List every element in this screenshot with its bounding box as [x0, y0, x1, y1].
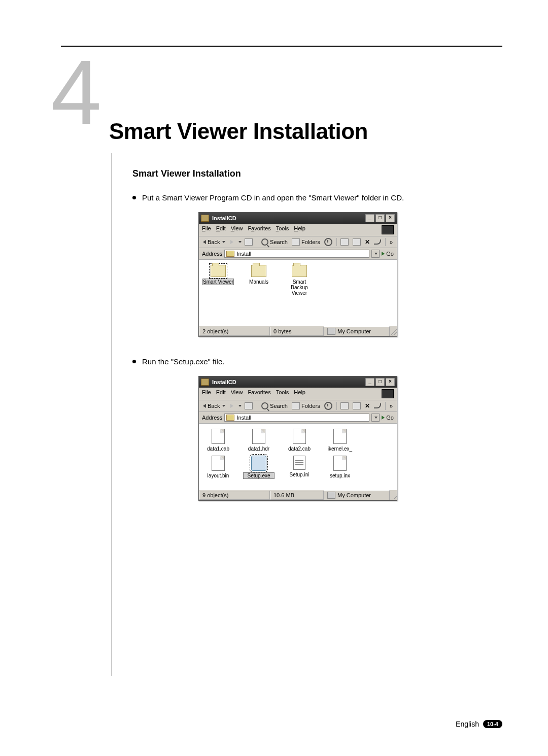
- search-button[interactable]: Search: [260, 402, 289, 409]
- file-label: Setup.ini: [284, 472, 315, 477]
- menu-favorites[interactable]: Favorites: [248, 225, 270, 234]
- folder-icon: [292, 265, 307, 277]
- statusbar: 9 object(s) 10.6 MB My Computer: [199, 490, 397, 500]
- address-field[interactable]: Install: [224, 250, 369, 258]
- status-location-text: My Computer: [337, 492, 371, 498]
- file-icon: [252, 429, 265, 444]
- address-dropdown[interactable]: [371, 414, 380, 422]
- file-data1-cab[interactable]: data1.cab: [203, 429, 233, 452]
- folder-icon: [251, 265, 266, 277]
- undo-button[interactable]: [373, 239, 382, 245]
- status-objects: 9 object(s): [199, 491, 270, 500]
- file-data2-cab[interactable]: data2.cab: [284, 429, 315, 452]
- folder-content[interactable]: data1.cab data1.hdr data2.cab ikernel.ex…: [199, 424, 397, 490]
- address-field[interactable]: Install: [224, 414, 369, 422]
- status-size: 10.6 MB: [270, 491, 324, 500]
- minimize-button[interactable]: _: [365, 214, 374, 222]
- file-icon: [212, 429, 225, 444]
- resize-grip[interactable]: [390, 327, 397, 335]
- brand-icon: [382, 225, 394, 234]
- delete-button[interactable]: ✕: [364, 402, 371, 409]
- page-number: 10-4: [483, 720, 502, 728]
- back-label: Back: [208, 239, 220, 245]
- instruction-2-text: Run the "Setup.exe" file.: [142, 357, 224, 366]
- copy-to-button[interactable]: [352, 238, 362, 246]
- file-data1-hdr[interactable]: data1.hdr: [244, 429, 274, 452]
- undo-button[interactable]: [373, 403, 382, 408]
- file-setup-inx[interactable]: setup.inx: [325, 456, 355, 478]
- delete-button[interactable]: ✕: [364, 238, 371, 246]
- menu-edit[interactable]: Edit: [216, 225, 226, 234]
- go-button[interactable]: Go: [382, 251, 394, 257]
- back-button[interactable]: Back: [202, 239, 226, 245]
- go-button[interactable]: Go: [382, 415, 394, 421]
- history-button[interactable]: [323, 238, 333, 246]
- folder-icon: [201, 215, 209, 222]
- copy-icon: [353, 402, 361, 409]
- window-title: InstallCD: [212, 215, 365, 221]
- file-manuals[interactable]: Manuals: [244, 265, 274, 296]
- folders-button[interactable]: Folders: [291, 238, 321, 246]
- folders-button[interactable]: Folders: [291, 402, 321, 409]
- close-button[interactable]: ×: [386, 214, 395, 222]
- brand-icon: [382, 389, 394, 398]
- addressbar: Address Install Go: [199, 248, 397, 260]
- file-label: data2.cab: [284, 446, 315, 452]
- file-setup-exe[interactable]: Setup.exe: [244, 456, 274, 478]
- forward-button[interactable]: [230, 404, 233, 408]
- separator: [336, 238, 337, 246]
- chevron-down-icon[interactable]: [238, 241, 242, 243]
- menu-view[interactable]: View: [231, 389, 243, 398]
- folders-icon: [292, 402, 300, 409]
- file-layout-bin[interactable]: layout.bin: [203, 456, 233, 478]
- minimize-button[interactable]: _: [365, 378, 374, 386]
- menu-edit[interactable]: Edit: [216, 389, 226, 398]
- file-smart-backup-viewer[interactable]: Smart Backup Viewer: [284, 265, 315, 296]
- up-button[interactable]: [244, 238, 254, 246]
- resize-grip[interactable]: [390, 491, 397, 499]
- page: 4 Smart Viewer Installation Smart Viewer…: [0, 0, 548, 756]
- menubar: File Edit View Favorites Tools Help: [199, 388, 397, 400]
- search-button[interactable]: Search: [260, 238, 289, 246]
- menu-help[interactable]: Help: [294, 225, 305, 234]
- chevron-down-icon[interactable]: [238, 405, 242, 407]
- content-column: Smart Viewer Installation Put a Smart Vi…: [112, 153, 502, 676]
- close-button[interactable]: ×: [386, 378, 395, 386]
- file-setup-ini[interactable]: Setup.ini: [284, 456, 315, 478]
- folder-content[interactable]: Smart Viewer Manuals Smart Backup Viewer: [199, 260, 397, 326]
- up-button[interactable]: [244, 402, 254, 409]
- toolbar-overflow[interactable]: »: [389, 403, 394, 409]
- forward-button[interactable]: [230, 240, 233, 244]
- computer-icon: [327, 328, 335, 335]
- up-icon: [245, 238, 253, 246]
- address-label: Address: [202, 415, 222, 421]
- copy-to-button[interactable]: [352, 402, 362, 409]
- arrow-left-icon: [203, 404, 206, 408]
- separator: [336, 402, 337, 410]
- separator: [385, 402, 386, 410]
- address-dropdown[interactable]: [371, 250, 380, 258]
- move-icon: [340, 402, 349, 409]
- file-ikernel-ex[interactable]: ikernel.ex_: [325, 429, 355, 452]
- instruction-1: Put a Smart Viewer Program CD in and ope…: [132, 193, 502, 202]
- titlebar[interactable]: InstallCD _ □ ×: [199, 213, 397, 224]
- file-smart-viewer[interactable]: Smart Viewer: [203, 265, 233, 296]
- menu-help[interactable]: Help: [294, 389, 305, 398]
- menu-tools[interactable]: Tools: [276, 225, 289, 234]
- menu-view[interactable]: View: [231, 225, 243, 234]
- toolbar-overflow[interactable]: »: [389, 239, 394, 245]
- move-to-button[interactable]: [339, 238, 350, 246]
- maximize-button[interactable]: □: [375, 214, 385, 222]
- menu-tools[interactable]: Tools: [276, 389, 289, 398]
- move-to-button[interactable]: [339, 402, 350, 409]
- back-button[interactable]: Back: [202, 403, 226, 409]
- maximize-button[interactable]: □: [375, 378, 385, 386]
- menu-file[interactable]: File: [202, 225, 211, 234]
- menu-file[interactable]: File: [202, 389, 211, 398]
- titlebar[interactable]: InstallCD _ □ ×: [199, 376, 397, 388]
- history-button[interactable]: [323, 402, 333, 410]
- separator: [257, 238, 257, 246]
- menu-favorites[interactable]: Favorites: [248, 389, 270, 398]
- instruction-1-text: Put a Smart Viewer Program CD in and ope…: [142, 193, 404, 202]
- go-label: Go: [386, 251, 394, 257]
